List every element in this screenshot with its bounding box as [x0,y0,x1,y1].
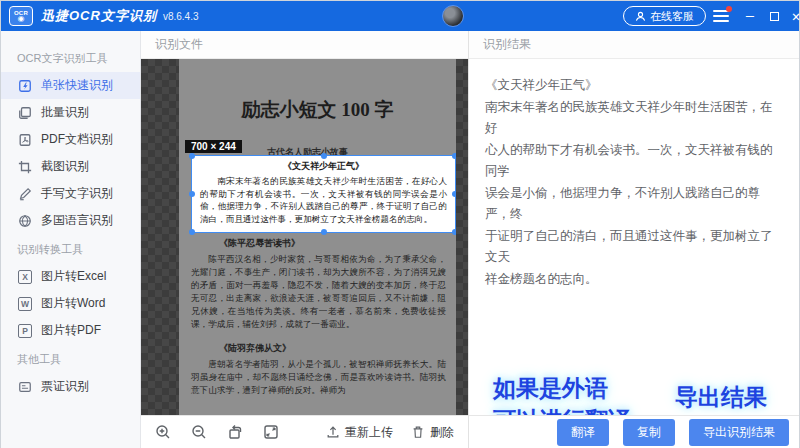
person-icon [635,11,646,22]
batch-icon [17,105,33,121]
reupload-button[interactable]: 重新上传 [326,424,393,441]
sidebar-item-label: 图片转Word [41,295,105,312]
sidebar-item-pdf-ocr[interactable]: PDF文档识别 [1,126,140,153]
export-result-button[interactable]: 导出识别结果 [689,419,789,446]
selection-handle[interactable] [189,153,195,159]
result-panel: 识别结果 《文天祥少年正气》 南宋末年著名的民族英雄文天祥少年时生活困苦，在好 … [469,31,799,448]
sidebar-item-label: 手写文字识别 [41,185,113,202]
crop-icon [17,159,33,175]
delete-button[interactable]: 删除 [411,424,454,441]
eye-icon: ◉ [18,15,25,23]
document-title: 励志小短文 100 字 [179,97,456,123]
minimize-button[interactable]: ─ [737,1,763,31]
annotation-export-note: 导出结果 [675,381,767,413]
sidebar-item-handwriting-ocr[interactable]: 手写文字识别 [1,180,140,207]
selection-handle[interactable] [452,153,456,159]
ocr-result-text[interactable]: 《文天祥少年正气》 南宋末年著名的民族英雄文天祥少年时生活困苦，在好 心人的帮助… [485,75,783,290]
sidebar-item-label: 单张快速识别 [41,77,113,94]
result-panel-title: 识别结果 [469,31,799,59]
translate-button[interactable]: 翻译 [557,419,609,446]
single-image-icon [17,78,33,94]
user-avatar[interactable] [442,5,464,27]
preview-toolbar: 重新上传 删除 [141,415,468,448]
sidebar-item-batch-ocr[interactable]: 批量识别 [1,99,140,126]
sidebar-item-ticket-ocr[interactable]: 票证识别 [1,373,140,400]
selection-handle[interactable] [321,229,327,235]
trash-icon [411,425,425,439]
section-body: 陈平西汉名相，少时家贫，与哥哥相依为命，为了秉承父命，光耀门庭，不事生产，闭门读… [191,253,446,331]
selection-handle[interactable] [452,229,456,235]
selection-text-body: 南宋末年著名的民族英雄文天祥少年时生活困苦，在好心人的帮助下才有机会读书。一次，… [200,175,447,225]
sidebar-section-other-tools: 其他工具 [1,344,140,373]
sidebar: OCR文字识别工具 单张快速识别 批量识别 PDF文档识别 截图识别 手写文字识… [1,31,141,448]
sidebar-item-label: 票证识别 [41,378,89,395]
selection-handle[interactable] [452,191,456,197]
sidebar-item-label: 图片转Excel [41,268,106,285]
word-icon: W [17,296,33,312]
app-version: v8.6.4.3 [163,11,199,22]
sidebar-item-image-to-word[interactable]: W 图片转Word [1,290,140,317]
sidebar-item-single-quick-ocr[interactable]: 单张快速识别 [1,72,140,99]
recognize-file-panel-title: 识别文件 [141,31,468,59]
sidebar-section-ocr-tools: OCR文字识别工具 [1,43,140,72]
app-title: 迅捷OCR文字识别 [41,7,157,25]
sidebar-item-label: PDF文档识别 [41,131,113,148]
selection-handle[interactable] [189,229,195,235]
sidebar-item-label: 多国语言识别 [41,212,113,229]
copy-button[interactable]: 复制 [623,419,675,446]
sidebar-item-label: 批量识别 [41,104,89,121]
sidebar-item-multilanguage-ocr[interactable]: 多国语言识别 [1,207,140,234]
sidebar-item-label: 截图识别 [41,158,89,175]
document-page[interactable]: 励志小短文 100 字 古代名人励志小故事 700 × 244 《文天 [179,59,456,415]
delete-label: 删除 [430,424,454,441]
menu-icon[interactable] [713,10,729,22]
recognize-file-panel: 识别文件 励志小短文 100 字 古代名人励志小故事 700 × 244 [141,31,469,448]
excel-icon: X [17,269,33,285]
document-section-2: 《陈平忍辱苦读书》 陈平西汉名相，少时家贫，与哥哥相依为命，为了秉承父命，光耀门… [191,237,446,331]
globe-icon [17,213,33,229]
zoom-out-icon[interactable] [191,424,207,440]
sidebar-item-screenshot-ocr[interactable]: 截图识别 [1,153,140,180]
app-window: OCR ◉ 迅捷OCR文字识别 v8.6.4.3 在线客服 ─ ✕ OCR文字识… [0,0,800,448]
selection-handle[interactable] [321,153,327,159]
titlebar: OCR ◉ 迅捷OCR文字识别 v8.6.4.3 在线客服 ─ ✕ [1,1,799,31]
annotation-translate-note: 如果是外语 可以进行翻译 [493,372,631,415]
section-title: 《陆羽弃佛从文》 [191,342,446,355]
zoom-in-icon[interactable] [155,424,171,440]
selection-handle[interactable] [189,191,195,197]
result-area: 《文天祥少年正气》 南宋末年著名的民族英雄文天祥少年时生活困苦，在好 心人的帮助… [469,59,799,415]
pdf-convert-icon: P [17,323,33,339]
upload-icon [326,425,340,439]
sidebar-section-convert-tools: 识别转换工具 [1,234,140,263]
fullscreen-icon[interactable] [263,424,279,440]
pen-icon [17,186,33,202]
sidebar-item-label: 图片转PDF [41,322,101,339]
section-body: 唐朝著名学者陆羽，从小是个孤儿，被智积禅师抚养长大。陆羽虽身在庙中，却不愿终日诵… [191,358,446,397]
app-logo-icon: OCR ◉ [9,6,33,26]
document-preview-area: 励志小短文 100 字 古代名人励志小故事 700 × 244 《文天 [141,59,468,415]
sidebar-item-image-to-pdf[interactable]: P 图片转PDF [1,317,140,344]
notification-dot [726,6,732,12]
selection-size-badge: 700 × 244 [185,140,242,153]
document-section-3: 《陆羽弃佛从文》 唐朝著名学者陆羽，从小是个孤儿，被智积禅师抚养长大。陆羽虽身在… [191,342,446,397]
online-support-label: 在线客服 [650,9,694,24]
rotate-icon[interactable] [227,424,243,440]
result-toolbar: 翻译 复制 导出识别结果 [469,415,799,448]
close-button[interactable]: ✕ [783,1,800,31]
pdf-file-icon [17,132,33,148]
online-support-button[interactable]: 在线客服 [623,6,706,26]
selection-text-title: 《文天祥少年正气》 [200,160,447,173]
sidebar-item-image-to-excel[interactable]: X 图片转Excel [1,263,140,290]
reupload-label: 重新上传 [345,424,393,441]
section-title: 《陈平忍辱苦读书》 [191,237,446,250]
ticket-icon [17,379,33,395]
ocr-selection-box[interactable]: 700 × 244 《文天祥少年正气》 南宋末年著名的民族英雄文天祥少年时生活困… [191,155,456,233]
